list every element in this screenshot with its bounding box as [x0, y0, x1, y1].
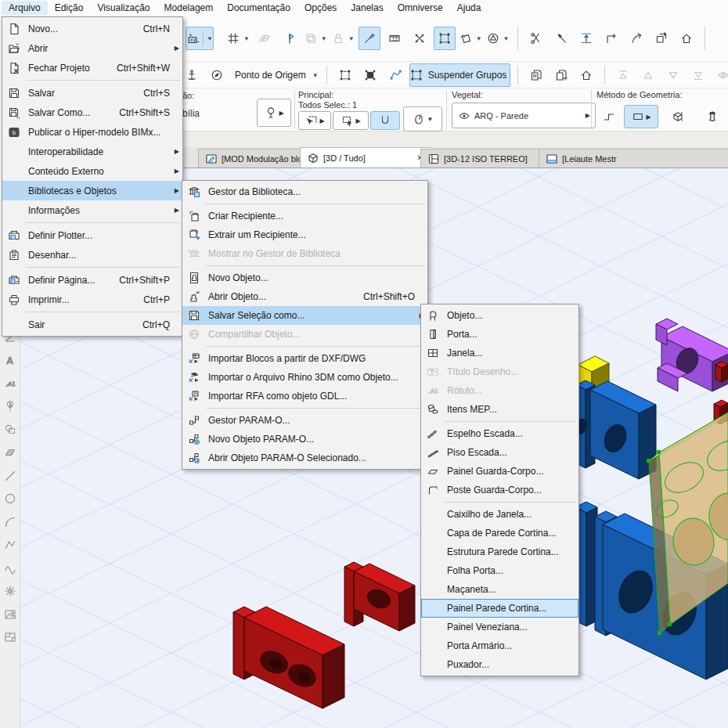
home-view-button[interactable] — [676, 27, 697, 50]
split-button[interactable] — [525, 27, 547, 50]
file-menu-item-informacoes[interactable]: Informações▶ — [2, 200, 182, 220]
block-purple[interactable] — [656, 319, 728, 391]
file-menu-item-conteudo-externo[interactable]: Conteúdo Externo▶ — [2, 161, 182, 181]
geometry-tube-button[interactable] — [699, 105, 726, 128]
tab-3d-tudo[interactable]: [3D / Tudo]✕ — [300, 147, 431, 168]
coordinates-button[interactable]: xy▼ — [186, 27, 214, 50]
libraries-menu-item-gestor-param-o[interactable]: Gestor PARAM-O... — [182, 411, 427, 430]
lock-layers-button[interactable]: ▼ — [331, 27, 355, 50]
save-selection-menu-item-objeto[interactable]: Objeto... — [421, 306, 578, 325]
menubar-item-ajuda[interactable]: Ajuda — [450, 1, 488, 15]
rotate-button[interactable]: ▼ — [459, 27, 483, 50]
tool-hatch-fill[interactable] — [3, 446, 16, 462]
tab-mod-modulacao-bloco-ec[interactable]: [MOD Modulação bloco ec... — [198, 149, 312, 168]
tool-morph[interactable] — [3, 423, 16, 438]
marquee-select-button[interactable]: ▶ — [333, 111, 369, 130]
save-selection-menu-item-painel-parede-cortina[interactable]: Painel Parede Cortina... — [421, 599, 578, 618]
tool-arc[interactable] — [3, 515, 16, 531]
save-selection-menu-item-poste-guarda-corpo[interactable]: Poste Guarda-Corpo... — [421, 481, 578, 499]
libraries-menu-item-salvar-selecao-como[interactable]: Salvar Seleção como...▶ — [182, 306, 427, 325]
libraries-menu-item-importar-rfa-como-objeto-gdl[interactable]: RImportar RFA como objeto GDL... — [182, 387, 427, 405]
menubar-item-edicao[interactable]: Edição — [48, 1, 91, 15]
block-blue-upper[interactable] — [573, 380, 656, 479]
libraries-menu-item-novo-objeto[interactable]: Novo Objeto... — [182, 268, 427, 287]
menubar-item-documentacao[interactable]: Documentação — [220, 1, 297, 15]
save-selection-menu-item-painel-guarda-corpo[interactable]: Painel Guarda-Corpo... — [421, 462, 578, 481]
intersect-button[interactable] — [600, 27, 622, 50]
shape-button[interactable]: ▼ — [486, 27, 510, 50]
send-backward-button[interactable] — [662, 63, 684, 87]
save-selection-menu-item-macaneta[interactable]: Maçaneta... — [421, 580, 578, 599]
tool-circle[interactable] — [3, 492, 16, 508]
grid-snap-button[interactable]: ▼ — [226, 27, 250, 50]
file-menu-item-desenhar[interactable]: Desenhar... — [2, 245, 182, 265]
libraries-menu-item-gestor-da-biblioteca[interactable]: Gestor da Biblioteca... — [182, 182, 427, 201]
file-menu-item-abrir[interactable]: Abrir▶ — [2, 38, 182, 58]
send-to-back-button[interactable] — [687, 63, 709, 87]
file-menu-item-definir-plotter[interactable]: Definir Plotter... — [2, 225, 182, 245]
inject-parameters-button[interactable] — [550, 63, 572, 87]
tool-marker-pin[interactable]: 1 — [3, 400, 16, 416]
file-menu-item-definir-pagina[interactable]: Definir Página...Ctrl+Shift+P — [2, 270, 182, 290]
menubar-item-modelagem[interactable]: Modelagem — [157, 1, 221, 15]
libraries-menu-item-criar-recipiente[interactable]: Criar Recipiente... — [182, 207, 427, 225]
save-selection-menu-item-janela[interactable]: Janela... — [421, 344, 578, 362]
skewed-grid-button[interactable] — [254, 27, 276, 50]
tool-star[interactable] — [3, 585, 16, 600]
trace-reference-button[interactable]: ▼ — [304, 27, 328, 50]
magic-wand-button[interactable] — [359, 27, 380, 50]
save-selection-menu-item-estrutura-parede-cortina[interactable]: Estrutura Parede Cortina... — [421, 542, 578, 561]
file-menu-item-publicar-o-hiper-modelo-bimx[interactable]: bPublicar o Hiper-modelo BIMx... — [2, 122, 182, 142]
tab-3d-12-iso-terreo[interactable]: [3D-12 ISO TERREO] — [420, 149, 550, 168]
tool-image[interactable] — [3, 607, 16, 623]
geometry-box-button[interactable] — [665, 105, 691, 128]
marker-flag-button[interactable] — [279, 27, 301, 50]
menubar-item-omniverse[interactable]: Omniverse — [391, 1, 450, 15]
bring-to-front-button[interactable] — [612, 63, 634, 87]
save-selection-menu-item-itens-mep[interactable]: Itens MEP... — [421, 400, 578, 419]
save-selection-menu-item-espelho-escada[interactable]: Espelho Escada... — [421, 424, 578, 443]
save-selection-menu-item-porta-armario[interactable]: Porta Armário... — [421, 636, 578, 655]
file-menu-item-salvar[interactable]: SalvarCtrl+S — [2, 83, 182, 103]
libraries-menu-item-importar-blocos-a-partir-de-dxf-dwg[interactable]: Importar Blocos a partir de DXF/DWG — [182, 349, 427, 368]
autogroup-button[interactable] — [434, 27, 456, 50]
origin-point-button[interactable]: Ponto de Origem▼ — [231, 63, 319, 87]
file-menu-item-fechar-projeto[interactable]: Fechar ProjetoCtrl+Shift+W — [2, 58, 182, 77]
save-selection-menu-item-piso-escada[interactable]: Piso Escada... — [421, 443, 578, 462]
tool-label-a1[interactable]: A1 — [3, 377, 16, 392]
save-selection-menu-item-puxador[interactable]: Puxador... — [421, 655, 578, 674]
adjust-button[interactable] — [575, 27, 597, 50]
libraries-menu-item-novo-objeto-param-o[interactable]: Novo Objeto PARAM-O... — [182, 430, 427, 449]
menubar-item-opcoes[interactable]: Opções — [297, 1, 344, 15]
libraries-menu-item-abrir-objeto-param-o-selecionado[interactable]: Abrir Objeto PARAM-O Selecionado... — [182, 449, 427, 467]
suspend-groups-button[interactable]: Suspender Grupos — [409, 63, 511, 87]
anchor-button[interactable] — [181, 63, 203, 87]
menubar-item-janelas[interactable]: Janelas — [344, 1, 390, 15]
element-snap-button[interactable]: ▼ — [403, 106, 442, 132]
save-selection-menu-item-painel-veneziana[interactable]: Painel Veneziana... — [421, 618, 578, 636]
libraries-menu-item-abrir-objeto[interactable]: Abrir Objeto...Ctrl+Shift+O — [182, 287, 427, 306]
save-selection-menu-item-capa-de-parede-cortina[interactable]: Capa de Parede Cortina... — [421, 524, 578, 542]
resize-button[interactable] — [651, 27, 672, 50]
pickup-parameters-button[interactable] — [525, 63, 547, 87]
layer-select[interactable]: ARQ - Parede ▶ — [452, 103, 596, 128]
tool-line[interactable] — [3, 469, 16, 485]
menubar-item-arquivo[interactable]: Arquivo — [2, 1, 48, 15]
edit-polygon-button[interactable] — [384, 63, 406, 87]
bring-forward-button[interactable] — [637, 63, 659, 87]
file-menu-item-salvar-como[interactable]: Salvar Como...Ctrl+Shift+S — [2, 103, 182, 122]
tool-polyline[interactable] — [3, 539, 16, 554]
tool-text-a[interactable]: A — [3, 354, 16, 369]
file-menu-item-imprimir[interactable]: Imprimir...Ctrl+P — [2, 290, 182, 309]
save-selection-menu-item-porta[interactable]: Porta... — [421, 325, 578, 344]
marquee-pickup-button[interactable]: ▶ — [298, 111, 331, 130]
geometry-step-button[interactable] — [596, 105, 622, 128]
ungroup-button[interactable] — [359, 63, 381, 87]
flip-button[interactable] — [712, 63, 728, 87]
file-menu-item-sair[interactable]: SairCtrl+Q — [2, 315, 182, 334]
menubar-item-visualizacao[interactable]: Visualização — [90, 1, 157, 15]
trim-button[interactable] — [550, 27, 572, 50]
default-settings-button[interactable] — [575, 63, 597, 87]
dimensions-button[interactable]: 12 — [384, 27, 405, 50]
libraries-menu-item-extrair-um-recipiente[interactable]: Extrair um Recipiente... — [182, 225, 427, 244]
